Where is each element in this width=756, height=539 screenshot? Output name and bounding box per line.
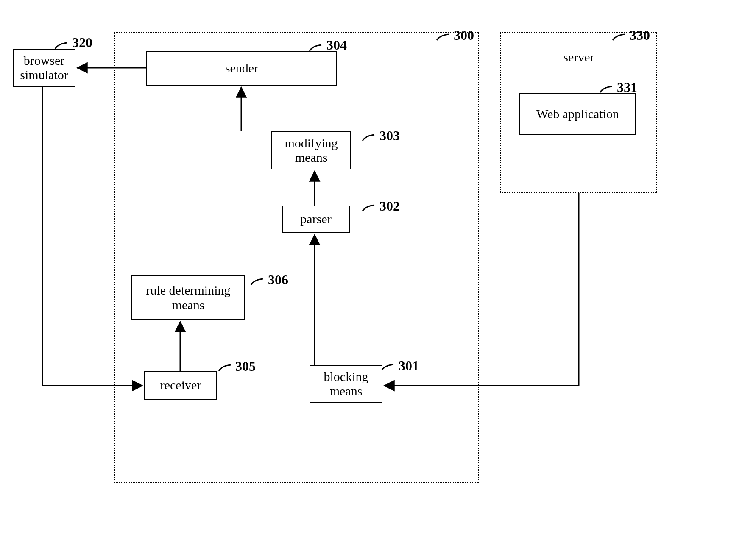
ref-303: 303	[379, 128, 400, 144]
ref-300: 300	[454, 28, 474, 43]
ref-301: 301	[399, 358, 419, 374]
box-modifying-means: modifying means	[271, 131, 351, 169]
diagram-stage: browser simulator sender modifying means…	[0, 0, 756, 539]
ref-306: 306	[268, 272, 288, 288]
box-rule-determining-means: rule determining means	[131, 275, 245, 320]
box-parser: parser	[282, 206, 350, 233]
ref-331: 331	[617, 80, 637, 95]
box-sender: sender	[146, 51, 337, 86]
ref-330: 330	[630, 28, 650, 43]
ref-302: 302	[379, 198, 400, 214]
ref-304: 304	[326, 37, 347, 53]
box-blocking-means: blocking means	[310, 365, 382, 403]
ref-320: 320	[72, 35, 92, 50]
container-300	[114, 32, 479, 483]
ref-305: 305	[235, 358, 256, 374]
box-web-application: Web application	[519, 93, 636, 135]
server-label-text: server	[500, 50, 657, 64]
box-browser-simulator: browser simulator	[13, 49, 75, 87]
box-receiver: receiver	[144, 371, 217, 400]
